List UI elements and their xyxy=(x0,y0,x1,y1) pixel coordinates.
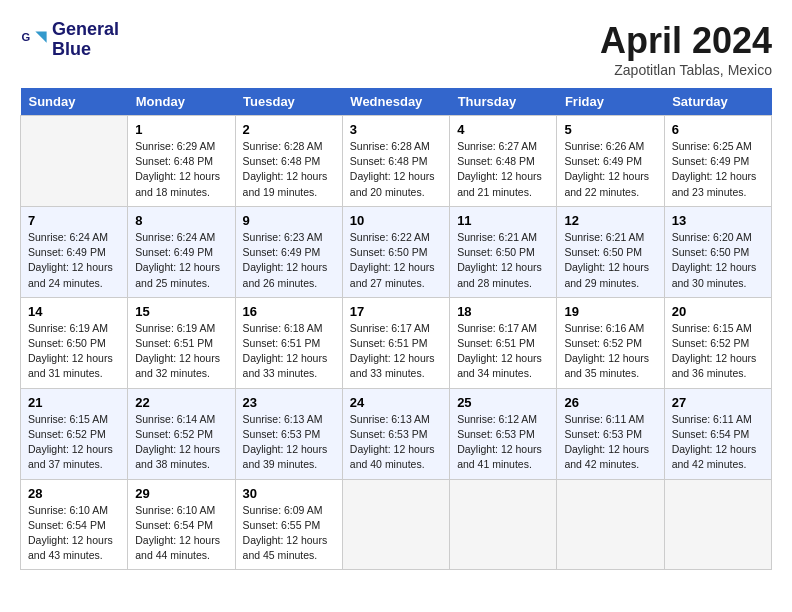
day-of-week-header: Friday xyxy=(557,88,664,116)
calendar-day-cell xyxy=(557,479,664,570)
day-number: 18 xyxy=(457,304,549,319)
calendar-day-cell: 15Sunrise: 6:19 AM Sunset: 6:51 PM Dayli… xyxy=(128,297,235,388)
calendar-day-cell xyxy=(450,479,557,570)
calendar-day-cell: 8Sunrise: 6:24 AM Sunset: 6:49 PM Daylig… xyxy=(128,206,235,297)
logo-icon: G xyxy=(20,26,48,54)
day-info: Sunrise: 6:17 AM Sunset: 6:51 PM Dayligh… xyxy=(350,321,442,382)
calendar-day-cell: 9Sunrise: 6:23 AM Sunset: 6:49 PM Daylig… xyxy=(235,206,342,297)
calendar-day-cell xyxy=(342,479,449,570)
day-number: 24 xyxy=(350,395,442,410)
day-info: Sunrise: 6:15 AM Sunset: 6:52 PM Dayligh… xyxy=(672,321,764,382)
calendar-day-cell: 29Sunrise: 6:10 AM Sunset: 6:54 PM Dayli… xyxy=(128,479,235,570)
svg-marker-1 xyxy=(35,31,46,42)
calendar-day-cell: 10Sunrise: 6:22 AM Sunset: 6:50 PM Dayli… xyxy=(342,206,449,297)
day-info: Sunrise: 6:25 AM Sunset: 6:49 PM Dayligh… xyxy=(672,139,764,200)
day-number: 30 xyxy=(243,486,335,501)
calendar-day-cell: 4Sunrise: 6:27 AM Sunset: 6:48 PM Daylig… xyxy=(450,116,557,207)
day-info: Sunrise: 6:18 AM Sunset: 6:51 PM Dayligh… xyxy=(243,321,335,382)
calendar-week-row: 14Sunrise: 6:19 AM Sunset: 6:50 PM Dayli… xyxy=(21,297,772,388)
day-info: Sunrise: 6:28 AM Sunset: 6:48 PM Dayligh… xyxy=(350,139,442,200)
calendar-day-cell: 21Sunrise: 6:15 AM Sunset: 6:52 PM Dayli… xyxy=(21,388,128,479)
day-of-week-header: Sunday xyxy=(21,88,128,116)
day-number: 14 xyxy=(28,304,120,319)
day-number: 25 xyxy=(457,395,549,410)
day-number: 20 xyxy=(672,304,764,319)
calendar-header-row: SundayMondayTuesdayWednesdayThursdayFrid… xyxy=(21,88,772,116)
calendar-day-cell: 6Sunrise: 6:25 AM Sunset: 6:49 PM Daylig… xyxy=(664,116,771,207)
day-info: Sunrise: 6:11 AM Sunset: 6:54 PM Dayligh… xyxy=(672,412,764,473)
day-info: Sunrise: 6:26 AM Sunset: 6:49 PM Dayligh… xyxy=(564,139,656,200)
calendar-day-cell: 26Sunrise: 6:11 AM Sunset: 6:53 PM Dayli… xyxy=(557,388,664,479)
calendar-day-cell: 23Sunrise: 6:13 AM Sunset: 6:53 PM Dayli… xyxy=(235,388,342,479)
calendar-day-cell: 27Sunrise: 6:11 AM Sunset: 6:54 PM Dayli… xyxy=(664,388,771,479)
day-number: 19 xyxy=(564,304,656,319)
calendar-day-cell: 14Sunrise: 6:19 AM Sunset: 6:50 PM Dayli… xyxy=(21,297,128,388)
day-info: Sunrise: 6:13 AM Sunset: 6:53 PM Dayligh… xyxy=(350,412,442,473)
svg-text:G: G xyxy=(21,31,30,43)
day-info: Sunrise: 6:21 AM Sunset: 6:50 PM Dayligh… xyxy=(457,230,549,291)
day-info: Sunrise: 6:29 AM Sunset: 6:48 PM Dayligh… xyxy=(135,139,227,200)
day-number: 3 xyxy=(350,122,442,137)
day-number: 28 xyxy=(28,486,120,501)
calendar-day-cell: 17Sunrise: 6:17 AM Sunset: 6:51 PM Dayli… xyxy=(342,297,449,388)
day-number: 6 xyxy=(672,122,764,137)
day-of-week-header: Wednesday xyxy=(342,88,449,116)
day-number: 21 xyxy=(28,395,120,410)
day-number: 7 xyxy=(28,213,120,228)
day-number: 13 xyxy=(672,213,764,228)
logo-line1: General xyxy=(52,20,119,40)
day-info: Sunrise: 6:20 AM Sunset: 6:50 PM Dayligh… xyxy=(672,230,764,291)
calendar-day-cell: 7Sunrise: 6:24 AM Sunset: 6:49 PM Daylig… xyxy=(21,206,128,297)
day-info: Sunrise: 6:24 AM Sunset: 6:49 PM Dayligh… xyxy=(135,230,227,291)
calendar-week-row: 7Sunrise: 6:24 AM Sunset: 6:49 PM Daylig… xyxy=(21,206,772,297)
calendar-week-row: 21Sunrise: 6:15 AM Sunset: 6:52 PM Dayli… xyxy=(21,388,772,479)
header: G General Blue April 2024 Zapotitlan Tab… xyxy=(20,20,772,78)
calendar-table: SundayMondayTuesdayWednesdayThursdayFrid… xyxy=(20,88,772,570)
logo-text: General Blue xyxy=(52,20,119,60)
logo: G General Blue xyxy=(20,20,119,60)
calendar-day-cell: 22Sunrise: 6:14 AM Sunset: 6:52 PM Dayli… xyxy=(128,388,235,479)
day-info: Sunrise: 6:12 AM Sunset: 6:53 PM Dayligh… xyxy=(457,412,549,473)
day-info: Sunrise: 6:13 AM Sunset: 6:53 PM Dayligh… xyxy=(243,412,335,473)
day-info: Sunrise: 6:21 AM Sunset: 6:50 PM Dayligh… xyxy=(564,230,656,291)
calendar-day-cell: 28Sunrise: 6:10 AM Sunset: 6:54 PM Dayli… xyxy=(21,479,128,570)
day-number: 26 xyxy=(564,395,656,410)
calendar-week-row: 28Sunrise: 6:10 AM Sunset: 6:54 PM Dayli… xyxy=(21,479,772,570)
day-of-week-header: Tuesday xyxy=(235,88,342,116)
day-number: 15 xyxy=(135,304,227,319)
location-subtitle: Zapotitlan Tablas, Mexico xyxy=(600,62,772,78)
day-info: Sunrise: 6:19 AM Sunset: 6:50 PM Dayligh… xyxy=(28,321,120,382)
day-of-week-header: Saturday xyxy=(664,88,771,116)
day-number: 17 xyxy=(350,304,442,319)
calendar-day-cell: 25Sunrise: 6:12 AM Sunset: 6:53 PM Dayli… xyxy=(450,388,557,479)
day-number: 29 xyxy=(135,486,227,501)
day-info: Sunrise: 6:19 AM Sunset: 6:51 PM Dayligh… xyxy=(135,321,227,382)
day-info: Sunrise: 6:22 AM Sunset: 6:50 PM Dayligh… xyxy=(350,230,442,291)
day-number: 10 xyxy=(350,213,442,228)
calendar-day-cell: 5Sunrise: 6:26 AM Sunset: 6:49 PM Daylig… xyxy=(557,116,664,207)
day-info: Sunrise: 6:11 AM Sunset: 6:53 PM Dayligh… xyxy=(564,412,656,473)
day-number: 22 xyxy=(135,395,227,410)
title-section: April 2024 Zapotitlan Tablas, Mexico xyxy=(600,20,772,78)
logo-line2: Blue xyxy=(52,40,119,60)
day-info: Sunrise: 6:28 AM Sunset: 6:48 PM Dayligh… xyxy=(243,139,335,200)
calendar-day-cell: 18Sunrise: 6:17 AM Sunset: 6:51 PM Dayli… xyxy=(450,297,557,388)
day-info: Sunrise: 6:09 AM Sunset: 6:55 PM Dayligh… xyxy=(243,503,335,564)
calendar-day-cell: 11Sunrise: 6:21 AM Sunset: 6:50 PM Dayli… xyxy=(450,206,557,297)
day-number: 9 xyxy=(243,213,335,228)
day-info: Sunrise: 6:15 AM Sunset: 6:52 PM Dayligh… xyxy=(28,412,120,473)
day-number: 5 xyxy=(564,122,656,137)
day-info: Sunrise: 6:10 AM Sunset: 6:54 PM Dayligh… xyxy=(28,503,120,564)
day-number: 27 xyxy=(672,395,764,410)
day-info: Sunrise: 6:24 AM Sunset: 6:49 PM Dayligh… xyxy=(28,230,120,291)
calendar-day-cell xyxy=(21,116,128,207)
calendar-week-row: 1Sunrise: 6:29 AM Sunset: 6:48 PM Daylig… xyxy=(21,116,772,207)
day-info: Sunrise: 6:16 AM Sunset: 6:52 PM Dayligh… xyxy=(564,321,656,382)
day-number: 1 xyxy=(135,122,227,137)
day-number: 8 xyxy=(135,213,227,228)
day-number: 2 xyxy=(243,122,335,137)
day-info: Sunrise: 6:14 AM Sunset: 6:52 PM Dayligh… xyxy=(135,412,227,473)
day-number: 16 xyxy=(243,304,335,319)
day-info: Sunrise: 6:27 AM Sunset: 6:48 PM Dayligh… xyxy=(457,139,549,200)
day-info: Sunrise: 6:23 AM Sunset: 6:49 PM Dayligh… xyxy=(243,230,335,291)
